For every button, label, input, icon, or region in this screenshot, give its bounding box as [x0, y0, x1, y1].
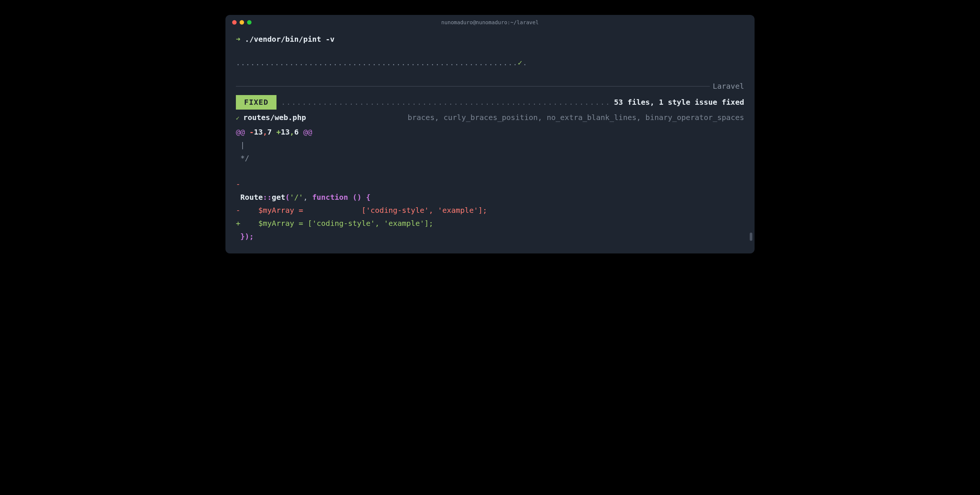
file-path: routes/web.php: [243, 111, 306, 124]
applied-rules: braces, curly_braces_position, no_extra_…: [408, 111, 744, 124]
traffic-lights: [232, 20, 251, 25]
diff-context-line: |: [236, 138, 744, 152]
preset-divider: Laravel: [236, 80, 744, 93]
file-line: ✓ routes/web.php braces, curly_braces_po…: [236, 111, 744, 124]
diff-removed-line: - $myArray = ['coding-style', 'example']…: [236, 204, 744, 217]
diff-added-line: + $myArray = ['coding-style', 'example']…: [236, 217, 744, 230]
maximize-icon[interactable]: [247, 20, 251, 25]
scrollbar-thumb[interactable]: [750, 232, 752, 241]
summary-dots: ........................................…: [281, 96, 609, 109]
file-check-icon: ✓: [236, 113, 240, 123]
preset-label: Laravel: [713, 80, 744, 93]
progress-dots-after: .: [522, 58, 527, 67]
terminal-body[interactable]: ➜ ./vendor/bin/pint -v .................…: [226, 30, 754, 253]
command-text: ./vendor/bin/pint -v: [245, 35, 335, 44]
diff-blank-line: [236, 165, 744, 178]
close-icon[interactable]: [232, 20, 237, 25]
summary-text: 53 files, 1 style issue fixed: [614, 96, 744, 109]
diff-context-line: Route::get('/', function () {: [236, 191, 744, 204]
progress-dots-before: ........................................…: [236, 58, 517, 67]
diff-context-line: });: [236, 230, 744, 243]
check-icon: ✓: [517, 58, 522, 67]
summary-line: FIXED ..................................…: [236, 95, 744, 110]
terminal-window: nunomaduro@nunomaduro:~/laravel ➜ ./vend…: [226, 15, 754, 253]
titlebar: nunomaduro@nunomaduro:~/laravel: [226, 15, 754, 30]
diff-hunk-header: @@ -13,7 +13,6 @@: [236, 126, 744, 138]
prompt-arrow-icon: ➜: [236, 35, 240, 44]
progress-line: ........................................…: [236, 56, 744, 69]
divider-rule: [236, 86, 710, 86]
window-title: nunomaduro@nunomaduro:~/laravel: [441, 19, 538, 25]
fixed-badge: FIXED: [236, 95, 277, 110]
diff-removed-line: -: [236, 178, 744, 191]
diff-context-line: */: [236, 152, 744, 165]
prompt-line: ➜ ./vendor/bin/pint -v: [236, 33, 744, 46]
minimize-icon[interactable]: [240, 20, 244, 25]
